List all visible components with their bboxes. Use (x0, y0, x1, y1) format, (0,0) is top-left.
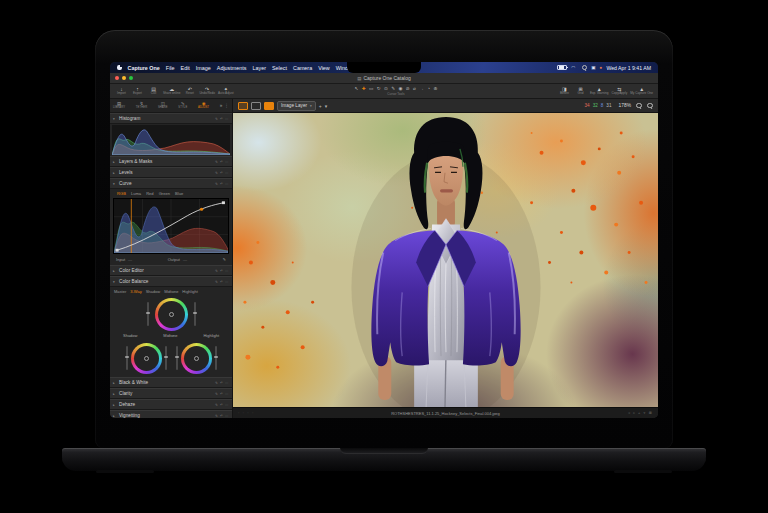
import-button[interactable]: ↓ Import (115, 87, 128, 96)
section-action-icons[interactable]: ✎ ↶ ⋯ (215, 182, 229, 186)
select-tool-icon[interactable]: ↖ (354, 86, 358, 91)
undo-redo-button[interactable]: ↷ Undo/Redo (199, 87, 215, 96)
menu-image[interactable]: Image (196, 65, 211, 71)
section-header-histogram[interactable]: ▾ Histogram ✎ ↶ ⋯ (110, 113, 232, 124)
menu-select[interactable]: Select (272, 65, 287, 71)
spotlight-search-icon[interactable] (581, 65, 587, 71)
exposure-warning-button[interactable]: ▲ Exp. Warning (590, 87, 608, 96)
add-layer-button[interactable]: + (319, 103, 322, 109)
before-button[interactable]: ◨ Before (558, 87, 571, 96)
proof-profile-icon[interactable] (238, 102, 248, 110)
zoom-level[interactable]: 178% (618, 103, 631, 108)
curve-tab-blue[interactable]: Blue (175, 191, 183, 196)
cb-tab-highlight[interactable]: Highlight (182, 289, 198, 294)
crop-tool-icon[interactable]: ▭ (369, 86, 373, 91)
cb-tab-midtone[interactable]: Midtone (164, 289, 178, 294)
status-right-icons[interactable]: ◃ ▹ ▵ ▿ ⊞ (628, 411, 653, 415)
menu-layer[interactable]: Layer (253, 65, 267, 71)
tab-adjust[interactable]: ◉ ADJUST (198, 102, 209, 110)
rotate-tool-icon[interactable]: ↻ (377, 86, 381, 91)
apple-menu-icon[interactable] (117, 65, 122, 70)
section-header-vignetting[interactable]: ▸ Vignetting ✎ ↶ ⋯ (110, 410, 232, 418)
curve-tab-rgb[interactable]: RGB (117, 191, 126, 196)
shadow-lightness-slider[interactable] (165, 346, 167, 370)
curve-graph[interactable] (113, 198, 229, 254)
layer-options-caret-icon[interactable]: ▾ (325, 103, 328, 109)
lightness-slider[interactable] (194, 302, 196, 326)
pick-color-tool-icon[interactable]: ◉ (398, 86, 402, 91)
primary-variant-icon[interactable] (264, 102, 274, 110)
battery-icon[interactable] (557, 65, 567, 71)
spot-tool-icon[interactable]: ⊙ (384, 86, 388, 91)
zoom-loupe-icon[interactable] (636, 103, 642, 109)
close-button[interactable] (115, 76, 119, 80)
gradient-tool-icon[interactable]: → (419, 86, 424, 91)
chevron-double-icon[interactable]: » (220, 103, 223, 108)
compare-view-icon[interactable] (251, 102, 261, 110)
tab-library[interactable]: ▤ LIBRARY (113, 102, 125, 110)
photo-canvas[interactable] (233, 113, 658, 407)
section-header-black-white[interactable]: ▸ Black & White ✎ ↶ ⋯ (110, 377, 232, 388)
menu-camera[interactable]: Camera (293, 65, 312, 71)
curve-output-value[interactable]: — (183, 257, 187, 262)
erase-mask-tool-icon[interactable]: ⊘ (406, 86, 410, 91)
highlight-lightness-slider[interactable] (215, 346, 217, 370)
copy-apply-button[interactable]: ⇆ Copy/Apply (611, 87, 627, 96)
tab-style[interactable]: ✎ STYLE (178, 102, 187, 110)
menubar-clock[interactable]: Wed Apr 1 9:41 AM (606, 65, 651, 71)
shadow-saturation-slider[interactable] (126, 346, 128, 370)
my-capture-one-button[interactable]: ▲ My Capture One (630, 87, 653, 96)
tab-tether[interactable]: ↯ TETHER (136, 102, 147, 110)
section-action-icons[interactable]: ✎ ↶ ⋯ (215, 269, 229, 273)
kebab-menu-icon[interactable]: ⋮ (224, 103, 229, 108)
section-action-icons[interactable]: ✎ ↶ ⋯ (215, 381, 229, 385)
cb-tab-shadow[interactable]: Shadow (146, 289, 160, 294)
cb-tab-master[interactable]: Master (114, 289, 126, 294)
fit-loupe-icon[interactable] (647, 103, 653, 109)
draw-mask-tool-icon[interactable]: ✎ (391, 86, 395, 91)
menu-edit[interactable]: Edit (181, 65, 190, 71)
layer-select[interactable]: Image Layer ▾ (277, 101, 316, 111)
cull-button[interactable]: ▤ Cull (147, 87, 160, 96)
curve-input-value[interactable]: — (128, 257, 132, 262)
menubar-app-dot-icon[interactable]: ● (600, 65, 603, 70)
curve-tab-green[interactable]: Green (159, 191, 170, 196)
section-action-icons[interactable]: ✎ ↶ ⋯ (215, 117, 229, 121)
menu-adjustments[interactable]: Adjustments (217, 65, 247, 71)
tab-share[interactable]: ◫ SHARE (158, 102, 168, 110)
section-header-layers-masks[interactable]: ▸ Layers & Masks ✎ ↶ ⋯ (110, 156, 232, 167)
section-header-levels[interactable]: ▸ Levels ✎ ↶ ⋯ (110, 167, 232, 178)
section-header-clarity[interactable]: ▸ Clarity ✎ ↶ ⋯ (110, 388, 232, 399)
menu-view[interactable]: View (318, 65, 330, 71)
curve-tab-luma[interactable]: Luma (131, 191, 141, 196)
export-button[interactable]: ↑ Export (131, 87, 144, 96)
curve-edit-point-icon[interactable]: ✎ (223, 257, 226, 262)
auto-adjust-button[interactable]: ✦ Auto Adjust (218, 87, 234, 96)
section-action-icons[interactable]: ✎ ↶ ⋯ (215, 414, 229, 418)
section-action-icons[interactable]: ✎ ↶ ⋯ (215, 392, 229, 396)
clone-tool-icon[interactable]: ◔ (427, 86, 430, 91)
section-header-curve[interactable]: ▾ Curve ✎ ↶ ⋯ (110, 178, 232, 189)
shadow-color-wheel[interactable] (131, 343, 162, 374)
reset-button[interactable]: ↶ Reset (183, 87, 196, 96)
saturation-slider[interactable] (147, 302, 149, 326)
section-header-dehaze[interactable]: ▸ Dehaze ✎ ↶ ⋯ (110, 399, 232, 410)
zoom-button[interactable] (129, 76, 133, 80)
grid-button[interactable]: ⊞ Grid (574, 87, 587, 96)
section-action-icons[interactable]: ✎ ↶ ⋯ (215, 403, 229, 407)
curve-tab-red[interactable]: Red (146, 191, 154, 196)
menu-file[interactable]: File (166, 65, 175, 71)
heal-tool-icon[interactable]: ⌀ (413, 86, 416, 91)
section-action-icons[interactable]: ✎ ↶ ⋯ (215, 280, 229, 284)
share-online-button[interactable]: ☁ Share online (163, 87, 180, 96)
pan-tool-icon[interactable]: ✚ (362, 86, 366, 91)
highlight-saturation-slider[interactable] (176, 346, 178, 370)
section-header-color-balance[interactable]: ▾ Color Balance ✎ ↶ ⋯ (110, 276, 232, 287)
midtone-color-wheel[interactable] (155, 298, 188, 331)
menubar-app-name[interactable]: Capture One (128, 65, 160, 71)
sidebar-tab-overflow[interactable]: » ⋮ (220, 103, 229, 108)
zoom-tool-icon[interactable]: ⊕ (433, 86, 437, 91)
section-action-icons[interactable]: ✎ ↶ ⋯ (215, 160, 229, 164)
status-left-icons[interactable]: ▫ ▫ ▫ ▫ (238, 411, 255, 415)
cb-tab-3way[interactable]: 3-Way (130, 289, 141, 294)
